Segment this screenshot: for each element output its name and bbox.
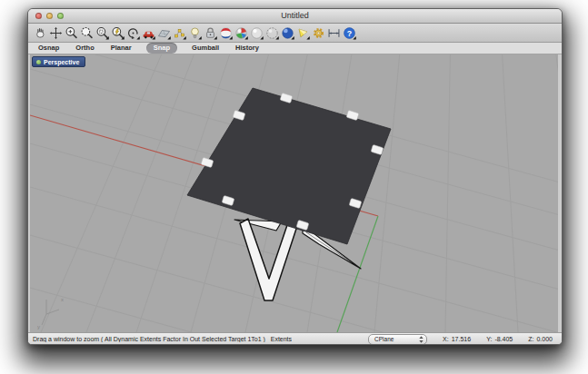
popup-arrows-icon bbox=[419, 336, 424, 343]
svg-text:y: y bbox=[37, 324, 40, 330]
rotate-view-button[interactable] bbox=[48, 25, 63, 41]
display-ghosted-button[interactable] bbox=[249, 25, 264, 41]
viewport-perspective[interactable]: xy Perspective bbox=[30, 54, 558, 332]
snapbar-item-ortho[interactable]: Ortho bbox=[74, 43, 95, 54]
display-shaded-icon bbox=[234, 26, 248, 40]
lights-button[interactable] bbox=[187, 25, 202, 41]
lock-button[interactable] bbox=[203, 25, 217, 41]
set-view-icon bbox=[157, 26, 171, 40]
pan-button[interactable] bbox=[33, 25, 47, 41]
options-button[interactable] bbox=[311, 25, 325, 41]
pan-icon bbox=[34, 26, 47, 40]
help-button[interactable]: ? bbox=[342, 25, 356, 41]
viewport-title-badge[interactable]: Perspective bbox=[32, 56, 85, 67]
zoom-dynamic-button[interactable] bbox=[110, 25, 125, 41]
status-bar: Drag a window to zoom ( All Dynamic Exte… bbox=[28, 332, 562, 345]
display-wireframe-button[interactable] bbox=[218, 25, 233, 41]
rotate-view-icon bbox=[49, 26, 63, 40]
window-title: Untitled bbox=[28, 9, 562, 23]
lock-icon bbox=[204, 26, 217, 40]
table-leg-front[interactable] bbox=[240, 219, 297, 300]
zoom-selected-icon bbox=[95, 26, 109, 40]
display-ghosted-icon bbox=[250, 26, 264, 40]
command-prompt-text: Drag a window to zoom ( All Dynamic Exte… bbox=[33, 336, 292, 342]
set-view-button[interactable] bbox=[156, 25, 171, 41]
cplane-axis-indicator: xy bbox=[37, 297, 64, 330]
coordinate-readout-x: X:17.516 bbox=[443, 336, 471, 342]
undo-view-icon bbox=[126, 26, 140, 40]
dimension-icon bbox=[327, 26, 341, 40]
lights-icon bbox=[188, 26, 202, 40]
walkabout-icon bbox=[142, 26, 155, 40]
title-bar: Untitled bbox=[28, 9, 562, 24]
viewport-active-dot bbox=[36, 60, 41, 64]
dimension-button[interactable] bbox=[326, 25, 341, 41]
coordinate-readout-y: Y:-8.405 bbox=[486, 336, 513, 342]
snap-toggle-bar: OsnapOrthoPlanarSnapGumballHistory bbox=[28, 43, 562, 54]
walkabout-button[interactable] bbox=[141, 25, 155, 41]
snapbar-item-history[interactable]: History bbox=[234, 43, 261, 54]
snapbar-item-osnap[interactable]: Osnap bbox=[36, 43, 61, 54]
main-toolbar: ? bbox=[28, 24, 562, 43]
zoom-dynamic-icon bbox=[111, 26, 125, 40]
zoom-in-button[interactable] bbox=[64, 25, 78, 41]
svg-text:x: x bbox=[61, 297, 64, 302]
coordinate-readout-z: Z:0.000 bbox=[528, 336, 553, 342]
snapbar-item-snap[interactable]: Snap bbox=[146, 43, 177, 54]
viewport-title-label: Perspective bbox=[44, 59, 79, 65]
cplane-selector[interactable]: CPlane bbox=[368, 334, 427, 345]
help-icon: ? bbox=[343, 26, 356, 40]
render-icon bbox=[296, 26, 310, 40]
zoom-window-icon bbox=[80, 26, 94, 40]
snapbar-item-gumball[interactable]: Gumball bbox=[190, 43, 221, 54]
named-views-button[interactable] bbox=[172, 25, 186, 41]
zoom-selected-button[interactable] bbox=[95, 25, 109, 41]
viewport-canvas[interactable]: xy bbox=[30, 54, 558, 332]
status-right-group: CPlane X:17.516 Y:-8.405 Z:0.000 bbox=[368, 334, 553, 345]
zoom-window-button[interactable] bbox=[79, 25, 94, 41]
snapbar-item-planar[interactable]: Planar bbox=[109, 43, 134, 54]
display-xray-icon bbox=[265, 26, 279, 40]
named-views-icon bbox=[173, 26, 186, 40]
table-top[interactable] bbox=[187, 88, 391, 244]
zoom-in-icon bbox=[65, 26, 78, 40]
app-window: Untitled ? OsnapOrthoPlanarSnapGumballHi… bbox=[27, 8, 563, 345]
options-icon bbox=[312, 26, 325, 40]
cplane-label: CPlane bbox=[374, 336, 394, 342]
display-rendered-button[interactable] bbox=[280, 25, 294, 41]
display-wireframe-icon bbox=[219, 26, 233, 40]
svg-text:?: ? bbox=[346, 28, 351, 37]
display-xray-button[interactable] bbox=[264, 25, 279, 41]
undo-view-button[interactable] bbox=[125, 25, 140, 41]
display-rendered-icon bbox=[281, 26, 294, 40]
render-button[interactable] bbox=[295, 25, 310, 41]
display-shaded-button[interactable] bbox=[234, 25, 248, 41]
